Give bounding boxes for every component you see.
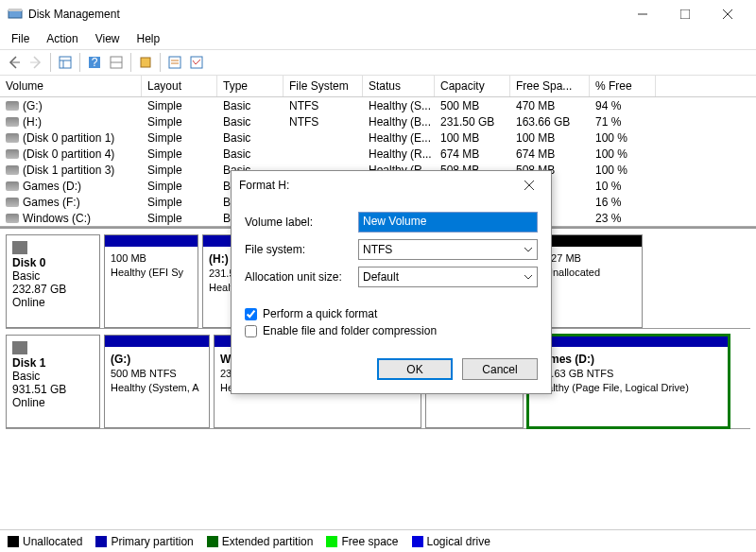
table-row[interactable]: (Disk 0 partition 1)SimpleBasicHealthy (… [0,129,756,146]
maximize-button[interactable] [663,0,706,28]
disk-icon [12,241,27,254]
volume-icon [6,101,19,111]
column-status[interactable]: Status [363,76,435,96]
svg-rect-19 [191,57,202,68]
volume-icon [6,149,19,159]
quick-format-label: Perform a quick format [263,307,377,320]
column-type[interactable]: Type [217,76,284,96]
column-pct-free[interactable]: % Free [590,76,656,96]
svg-rect-3 [680,9,690,19]
volume-list-header: Volume Layout Type File System Status Ca… [0,76,756,97]
legend-free: Free space [326,535,398,548]
menu-view[interactable]: View [88,30,128,47]
window-titlebar: Disk Management [0,0,756,28]
svg-rect-15 [141,58,150,67]
table-row[interactable]: (G:)SimpleBasicNTFSHealthy (S...500 MB47… [0,97,756,113]
volume-icon [6,165,19,175]
back-button[interactable] [4,52,25,73]
svg-rect-8 [60,57,71,68]
settings-button[interactable] [106,52,127,73]
legend-primary: Primary partition [95,535,193,548]
menu-file[interactable]: File [4,30,37,47]
column-volume[interactable]: Volume [0,76,142,96]
compression-checkbox[interactable] [245,325,257,337]
volume-label-label: Volume label: [245,216,358,229]
help-button[interactable]: ? [84,52,105,73]
column-file-system[interactable]: File System [284,76,363,96]
graphical-view-button[interactable] [186,52,207,73]
legend-logical: Logical drive [412,535,490,548]
close-window-button[interactable] [706,0,748,28]
disk-info[interactable]: Disk 0Basic232.87 GBOnline [6,234,100,328]
app-icon [8,7,23,22]
window-title: Disk Management [28,8,621,21]
forward-button[interactable] [26,52,46,73]
ok-button[interactable]: OK [377,358,453,380]
column-free-space[interactable]: Free Spa... [510,76,590,96]
properties-button[interactable] [135,52,156,73]
partition[interactable]: 627 MBUnallocated [539,234,643,328]
column-layout[interactable]: Layout [142,76,217,96]
table-row[interactable]: (H:)SimpleBasicNTFSHealthy (B...231.50 G… [0,113,756,129]
legend-extended: Extended partition [207,535,314,548]
svg-rect-1 [9,9,22,11]
chevron-down-icon [524,245,533,254]
volume-icon [6,198,19,207]
svg-rect-0 [9,10,22,18]
volume-icon [6,117,19,127]
file-system-label: File system: [245,243,358,256]
cancel-button[interactable]: Cancel [462,358,538,380]
disk-info[interactable]: Disk 1Basic931.51 GBOnline [6,335,100,428]
volume-icon [6,181,19,191]
view-toggle-button[interactable] [55,52,76,73]
volume-icon [6,214,19,223]
dialog-title: Format H: [239,179,515,192]
compression-label: Enable file and folder compression [263,324,437,337]
svg-text:?: ? [92,56,98,69]
menu-action[interactable]: Action [39,30,85,47]
disk-icon [12,341,27,354]
menu-help[interactable]: Help [129,30,168,47]
table-row[interactable]: (Disk 0 partition 4)SimpleBasicHealthy (… [0,146,756,162]
volume-icon [6,133,19,143]
partition[interactable]: 100 MBHealthy (EFI Sy [104,234,198,328]
list-view-button[interactable] [164,52,185,73]
volume-label-input[interactable]: New Volume [358,212,538,233]
toolbar: ? [0,49,756,76]
legend-unallocated: Unallocated [8,535,82,548]
partition[interactable]: (G:)500 MB NTFSHealthy (System, A [104,335,210,428]
chevron-down-icon [524,272,533,282]
minimize-button[interactable] [621,0,663,28]
partition[interactable]: Games (D:)698.63 GB NTFSHealthy (Page Fi… [527,335,730,428]
format-dialog: Format H: Volume label: New Volume File … [231,170,552,394]
svg-rect-16 [169,57,180,68]
column-capacity[interactable]: Capacity [435,76,510,96]
allocation-label: Allocation unit size: [245,270,358,284]
legend: Unallocated Primary partition Extended p… [0,529,756,552]
dialog-close-button[interactable] [515,171,543,199]
quick-format-checkbox[interactable] [245,308,257,320]
file-system-select[interactable]: NTFS [358,239,538,260]
menu-bar: File Action View Help [0,28,756,49]
allocation-select[interactable]: Default [358,267,538,287]
